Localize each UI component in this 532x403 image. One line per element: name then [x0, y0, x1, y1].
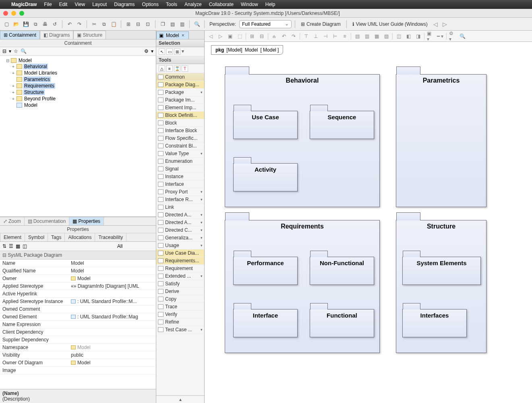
palette-item[interactable]: Block Definiti... — [156, 112, 204, 119]
palette-item[interactable]: Proxy Port▾ — [156, 188, 204, 196]
new-icon[interactable]: ▢ — [2, 20, 10, 28]
palette-item[interactable]: Directed A...▾ — [156, 211, 204, 219]
package-interfaces[interactable]: Interfaces — [402, 309, 467, 337]
menu-tools[interactable]: Tools — [166, 2, 177, 7]
subtab-symbol[interactable]: Symbol — [25, 233, 48, 241]
menu-window[interactable]: Window — [241, 2, 258, 7]
package-structure[interactable]: StructureSystem ElementsInterfaces — [396, 220, 486, 353]
property-value[interactable]: Model — [68, 260, 156, 267]
tree-item[interactable]: Model Libraries — [23, 70, 58, 76]
property-row[interactable]: Owner Of DiagramModel — [0, 359, 156, 367]
filter-opts-icon[interactable]: ━ ▾ — [437, 33, 444, 40]
group2-icon[interactable]: ◧ — [405, 33, 412, 40]
menu-layout[interactable]: Layout — [92, 2, 107, 7]
copy-icon[interactable]: ⧉ — [100, 20, 108, 28]
chevron-down-icon[interactable]: ▾ — [201, 197, 203, 202]
nav-left-icon[interactable]: ◁ — [207, 33, 214, 40]
dist3-icon[interactable]: ▦ — [373, 33, 380, 40]
property-value[interactable] — [68, 367, 156, 374]
property-row[interactable]: Applied Stereotype«» DiagramInfo [Diagra… — [0, 283, 156, 290]
history-icon[interactable]: ↺ — [51, 20, 59, 28]
menu-edit[interactable]: Edit — [59, 2, 68, 7]
palette-item[interactable]: Flow Specific... — [156, 135, 204, 142]
tile-h-icon[interactable]: ▤ — [168, 20, 176, 28]
property-row[interactable]: Image — [0, 367, 156, 374]
perspective-combo[interactable]: Full Featured — [239, 20, 292, 28]
dist4-icon[interactable]: ▧ — [383, 33, 390, 40]
palette-item[interactable]: Requirements... — [156, 257, 204, 265]
palette-item[interactable]: Generaliza...▾ — [156, 234, 204, 242]
palette-item[interactable]: Package Diag... — [156, 81, 204, 89]
paste-icon[interactable]: 📋 — [110, 20, 118, 28]
palette-item[interactable]: Extended ...▾ — [156, 272, 204, 280]
close-tab-icon[interactable]: × — [182, 33, 184, 38]
palette-item[interactable]: Block — [156, 119, 204, 127]
export-icon[interactable]: ⬚ — [236, 33, 243, 40]
palette-item[interactable]: Test Case ...▾ — [156, 326, 204, 334]
align1-icon[interactable]: ⊤ — [302, 33, 310, 40]
tree-expander-icon[interactable]: + — [11, 90, 15, 95]
palette-item[interactable]: Requirement — [156, 265, 204, 272]
palette-item[interactable]: Satisfy — [156, 280, 204, 288]
property-value[interactable]: Model — [68, 275, 156, 282]
property-value[interactable] — [68, 328, 156, 336]
tree-fav-icon[interactable]: ☆ — [14, 48, 18, 54]
property-row[interactable]: NamespaceModel — [0, 344, 156, 351]
package-interface[interactable]: Interface — [233, 309, 298, 337]
save-icon[interactable]: 💾 — [22, 20, 30, 28]
tree-expander-icon[interactable]: + — [11, 84, 15, 88]
dist1-icon[interactable]: ▤ — [354, 33, 361, 40]
prop-filter-combo[interactable]: All — [117, 243, 153, 249]
tool-b-icon[interactable]: ⊟ — [134, 20, 142, 28]
view-opts-icon[interactable]: ▣ ▾ — [427, 33, 434, 40]
package-non-functional[interactable]: Non-Functional — [310, 257, 374, 285]
package-system-elements[interactable]: System Elements — [402, 257, 481, 285]
subtab-traceability[interactable]: Traceability — [95, 233, 126, 241]
palette-item[interactable]: Common — [156, 73, 204, 81]
redo-icon[interactable]: ↷ — [75, 20, 83, 28]
tool4-icon[interactable]: T — [182, 65, 188, 72]
cascade-icon[interactable]: ❐ — [159, 20, 167, 28]
property-value[interactable]: Model — [68, 267, 156, 274]
tree-item[interactable]: Parametrics — [23, 77, 51, 82]
lasso-tool-icon[interactable]: ⊞ — [174, 48, 180, 55]
tree-dd-icon[interactable]: ▾ — [151, 48, 153, 54]
tab-properties[interactable]: ▦Properties — [69, 217, 104, 225]
tree-item[interactable]: Behavioral — [23, 64, 48, 69]
chevron-down-icon[interactable]: ▾ — [201, 236, 203, 240]
tool1-icon[interactable]: △ — [159, 65, 165, 72]
hier-icon[interactable]: 🜁 — [271, 33, 278, 40]
property-row[interactable]: Supplier Dependency — [0, 336, 156, 344]
nav-right-icon[interactable]: ▷ — [217, 33, 224, 40]
tree-gear-icon[interactable]: ⚙ — [144, 48, 149, 54]
tree-expander-icon[interactable]: ⊟ — [6, 58, 10, 63]
view-guide-button[interactable]: ℹView UML User Guide (Windows) — [350, 21, 430, 28]
dist2-icon[interactable]: ▥ — [363, 33, 371, 40]
palette-item[interactable]: Value Type▾ — [156, 150, 204, 158]
menu-help[interactable]: Help — [265, 2, 275, 7]
property-row[interactable]: Qualified NameModel — [0, 267, 156, 275]
tile-v-icon[interactable]: ▥ — [178, 20, 186, 28]
find-icon[interactable]: 🔍 — [193, 20, 201, 28]
property-value[interactable] — [68, 321, 156, 328]
tree-item[interactable]: Requirements — [23, 83, 55, 89]
palette-item[interactable]: Link — [156, 204, 204, 211]
prop-grid-icon[interactable]: ▦ — [16, 243, 20, 249]
menu-view[interactable]: View — [75, 2, 85, 7]
align3-icon[interactable]: ⊣ — [322, 33, 329, 40]
prop-sort-icon[interactable]: ⇅ — [2, 243, 6, 249]
palette-item[interactable]: Directed A...▾ — [156, 219, 204, 226]
palette-item[interactable]: Instance — [156, 173, 204, 181]
align2-icon[interactable]: ⊥ — [312, 33, 319, 40]
create-diagram-button[interactable]: ⊞Create Diagram — [298, 21, 343, 28]
property-value[interactable]: Model — [68, 344, 156, 351]
properties-list[interactable]: ⊟ SysML Package Diagram NameModelQualifi… — [0, 251, 156, 389]
palette-item[interactable]: Signal — [156, 165, 204, 173]
palette-item[interactable]: Constraint Bl... — [156, 142, 204, 150]
chevron-down-icon[interactable]: ▾ — [201, 220, 203, 224]
palette-item[interactable]: Element Imp... — [156, 104, 204, 112]
package-performance[interactable]: Performance — [233, 257, 298, 285]
property-value[interactable] — [68, 305, 156, 313]
gear-icon[interactable]: ⚙ ▾ — [449, 33, 456, 40]
tab-structure[interactable]: ▣Structure — [73, 31, 106, 39]
